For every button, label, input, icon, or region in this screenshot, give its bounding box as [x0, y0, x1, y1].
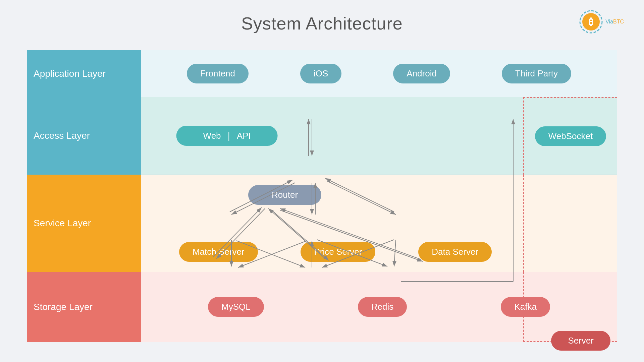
- server-pill: Server: [551, 331, 610, 351]
- application-layer-row: Frontend iOS Android Third Party: [141, 50, 617, 97]
- logo-text: ViaBTC: [605, 19, 624, 25]
- logo-btc: BTC: [613, 19, 624, 24]
- logo-via: Via: [605, 19, 613, 24]
- label-application-layer: Application Layer: [27, 50, 141, 97]
- redis-pill: Redis: [358, 297, 407, 317]
- mysql-pill: MySQL: [208, 297, 264, 317]
- router-pill: Router: [248, 185, 321, 205]
- storage-third-area: Server: [523, 272, 617, 342]
- label-storage-layer: Storage Layer: [27, 272, 141, 342]
- ios-pill: iOS: [300, 64, 341, 83]
- content-column: Frontend iOS Android Third Party Web | A…: [141, 50, 617, 342]
- labels-column: Application Layer Access Layer Service L…: [27, 50, 141, 342]
- logo: ₿ ViaBTC: [579, 10, 624, 34]
- page-container: System Architecture ₿ ViaBTC Application…: [0, 0, 644, 362]
- servers-row: Match Server Price Server Data Server: [158, 242, 513, 262]
- service-third-area: [523, 175, 617, 272]
- third-party-pill: Third Party: [502, 64, 571, 83]
- web-api-container: Web | API: [176, 126, 278, 146]
- data-server-pill: Data Server: [418, 242, 492, 262]
- service-layer-row: Router Match Server Price Server Data Se…: [141, 175, 617, 272]
- router-container: Router: [248, 185, 321, 205]
- web-api-pill: Web | API: [176, 126, 278, 146]
- websocket-pill: WebSocket: [535, 126, 606, 146]
- svg-text:₿: ₿: [589, 17, 593, 27]
- label-service-layer: Service Layer: [27, 175, 141, 272]
- diagram: Application Layer Access Layer Service L…: [27, 50, 617, 342]
- access-layer-row: Web | API WebSocket: [141, 97, 617, 175]
- websocket-section: WebSocket: [523, 97, 617, 175]
- match-server-pill: Match Server: [179, 242, 258, 262]
- label-access-layer: Access Layer: [27, 97, 141, 175]
- android-pill: Android: [393, 64, 450, 83]
- page-title: System Architecture: [0, 0, 644, 34]
- frontend-pill: Frontend: [187, 64, 249, 83]
- price-server-pill: Price Server: [301, 242, 375, 262]
- bitcoin-logo-icon: ₿: [579, 10, 603, 34]
- storage-layer-row: MySQL Redis Kafka Server: [141, 272, 617, 342]
